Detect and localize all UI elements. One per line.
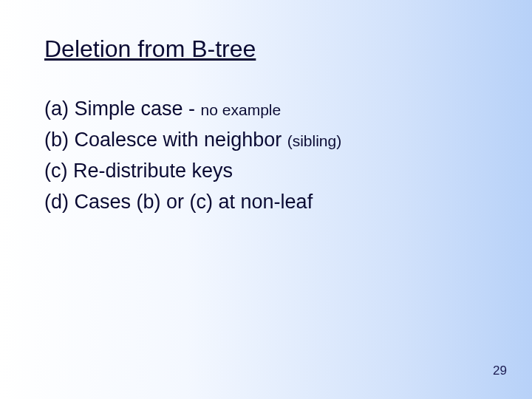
list-item: (d) Cases (b) or (c) at non-leaf <box>44 187 488 218</box>
item-label: (a) <box>44 98 69 120</box>
slide-title: Deletion from B-tree <box>44 35 488 63</box>
item-suffix: (sibling) <box>287 132 342 149</box>
item-label: (d) <box>44 191 69 213</box>
slide: Deletion from B-tree (a) Simple case - n… <box>0 0 532 399</box>
item-label: (b) <box>44 129 69 151</box>
item-text: Simple case - <box>75 98 196 120</box>
item-text: Cases (b) or (c) at non-leaf <box>75 191 313 213</box>
list-item: (c) Re-distribute keys <box>44 156 488 187</box>
bullet-list: (a) Simple case - no example (b) Coalesc… <box>44 94 488 217</box>
item-suffix: no example <box>201 101 282 118</box>
item-text: Coalesce with neighbor <box>75 129 282 151</box>
item-label: (c) <box>44 160 67 182</box>
list-item: (b) Coalesce with neighbor (sibling) <box>44 125 488 156</box>
item-text: Re-distribute keys <box>73 160 233 182</box>
list-item: (a) Simple case - no example <box>44 94 488 125</box>
page-number: 29 <box>493 364 507 378</box>
